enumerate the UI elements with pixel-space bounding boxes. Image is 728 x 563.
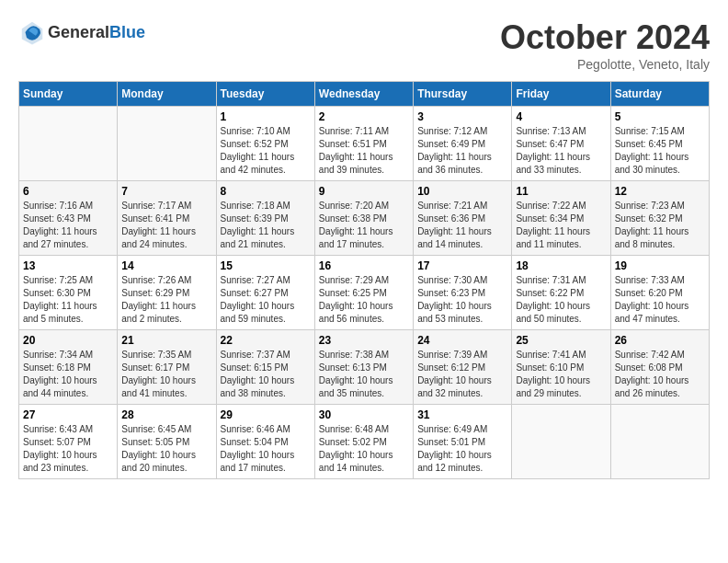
- day-number: 8: [221, 185, 311, 198]
- calendar-cell: 10Sunrise: 7:21 AMSunset: 6:36 PMDayligh…: [414, 181, 512, 256]
- day-detail: Sunrise: 7:22 AMSunset: 6:34 PMDaylight:…: [516, 200, 606, 251]
- day-detail: Sunrise: 7:35 AMSunset: 6:17 PMDaylight:…: [121, 349, 211, 400]
- day-number: 1: [221, 110, 311, 123]
- day-number: 2: [319, 110, 409, 123]
- calendar-cell: 6Sunrise: 7:16 AMSunset: 6:43 PMDaylight…: [19, 181, 118, 256]
- day-number: 23: [319, 334, 409, 347]
- day-detail: Sunrise: 7:42 AMSunset: 6:08 PMDaylight:…: [615, 349, 705, 400]
- day-number: 16: [319, 259, 409, 272]
- calendar-cell: 14Sunrise: 7:26 AMSunset: 6:29 PMDayligh…: [118, 256, 216, 330]
- calendar-week-5: 27Sunrise: 6:43 AMSunset: 5:07 PMDayligh…: [19, 405, 710, 479]
- calendar-cell: 30Sunrise: 6:48 AMSunset: 5:02 PMDayligh…: [314, 405, 413, 479]
- calendar-cell: 23Sunrise: 7:38 AMSunset: 6:13 PMDayligh…: [314, 330, 413, 405]
- day-detail: Sunrise: 7:21 AMSunset: 6:36 PMDaylight:…: [417, 200, 507, 251]
- calendar-cell: 1Sunrise: 7:10 AMSunset: 6:52 PMDaylight…: [216, 107, 314, 181]
- location-subtitle: Pegolotte, Veneto, Italy: [500, 57, 710, 72]
- day-detail: Sunrise: 7:10 AMSunset: 6:52 PMDaylight:…: [221, 125, 311, 177]
- day-detail: Sunrise: 7:20 AMSunset: 6:38 PMDaylight:…: [319, 200, 409, 251]
- day-detail: Sunrise: 7:29 AMSunset: 6:25 PMDaylight:…: [319, 274, 409, 326]
- day-detail: Sunrise: 6:43 AMSunset: 5:07 PMDaylight:…: [23, 423, 113, 475]
- calendar-week-3: 13Sunrise: 7:25 AMSunset: 6:30 PMDayligh…: [19, 256, 710, 330]
- header-wednesday: Wednesday: [314, 82, 413, 107]
- calendar-table: Sunday Monday Tuesday Wednesday Thursday…: [18, 81, 710, 479]
- day-detail: Sunrise: 7:31 AMSunset: 6:22 PMDaylight:…: [516, 274, 606, 326]
- day-number: 24: [417, 334, 507, 347]
- day-detail: Sunrise: 7:33 AMSunset: 6:20 PMDaylight:…: [615, 274, 705, 326]
- header-monday: Monday: [118, 82, 216, 107]
- day-number: 25: [516, 334, 606, 347]
- day-detail: Sunrise: 7:34 AMSunset: 6:18 PMDaylight:…: [23, 349, 113, 400]
- logo-general: General: [48, 23, 109, 41]
- day-number: 7: [121, 185, 211, 198]
- day-detail: Sunrise: 6:48 AMSunset: 5:02 PMDaylight:…: [319, 423, 409, 475]
- day-number: 27: [23, 408, 113, 421]
- day-detail: Sunrise: 7:15 AMSunset: 6:45 PMDaylight:…: [615, 125, 705, 177]
- page-header: GeneralBlue October 2024 Pegolotte, Vene…: [18, 18, 710, 72]
- day-number: 26: [615, 334, 705, 347]
- calendar-cell: 5Sunrise: 7:15 AMSunset: 6:45 PMDaylight…: [610, 107, 709, 181]
- day-detail: Sunrise: 6:45 AMSunset: 5:05 PMDaylight:…: [121, 423, 211, 475]
- day-number: 30: [319, 408, 409, 421]
- day-number: 3: [417, 110, 507, 123]
- day-detail: Sunrise: 7:11 AMSunset: 6:51 PMDaylight:…: [319, 125, 409, 177]
- calendar-week-1: 1Sunrise: 7:10 AMSunset: 6:52 PMDaylight…: [19, 107, 710, 181]
- calendar-cell: 17Sunrise: 7:30 AMSunset: 6:23 PMDayligh…: [414, 256, 512, 330]
- day-detail: Sunrise: 7:23 AMSunset: 6:32 PMDaylight:…: [615, 200, 705, 251]
- day-number: 14: [121, 259, 211, 272]
- calendar-cell: 22Sunrise: 7:37 AMSunset: 6:15 PMDayligh…: [216, 330, 314, 405]
- day-detail: Sunrise: 7:13 AMSunset: 6:47 PMDaylight:…: [516, 125, 606, 177]
- day-number: 15: [221, 259, 311, 272]
- day-detail: Sunrise: 6:49 AMSunset: 5:01 PMDaylight:…: [417, 423, 507, 475]
- calendar-cell: 20Sunrise: 7:34 AMSunset: 6:18 PMDayligh…: [19, 330, 118, 405]
- day-number: 31: [417, 408, 507, 421]
- day-number: 22: [221, 334, 311, 347]
- calendar-week-4: 20Sunrise: 7:34 AMSunset: 6:18 PMDayligh…: [19, 330, 710, 405]
- day-detail: Sunrise: 7:37 AMSunset: 6:15 PMDaylight:…: [221, 349, 311, 400]
- day-number: 17: [417, 259, 507, 272]
- calendar-cell: 9Sunrise: 7:20 AMSunset: 6:38 PMDaylight…: [314, 181, 413, 256]
- calendar-cell: 8Sunrise: 7:18 AMSunset: 6:39 PMDaylight…: [216, 181, 314, 256]
- day-number: 5: [615, 110, 705, 123]
- calendar-cell: 21Sunrise: 7:35 AMSunset: 6:17 PMDayligh…: [118, 330, 216, 405]
- calendar-cell: 13Sunrise: 7:25 AMSunset: 6:30 PMDayligh…: [19, 256, 118, 330]
- day-number: 19: [615, 259, 705, 272]
- calendar-cell: 16Sunrise: 7:29 AMSunset: 6:25 PMDayligh…: [314, 256, 413, 330]
- logo-text: GeneralBlue: [48, 23, 145, 42]
- title-section: October 2024 Pegolotte, Veneto, Italy: [500, 18, 710, 72]
- calendar-cell: 2Sunrise: 7:11 AMSunset: 6:51 PMDaylight…: [314, 107, 413, 181]
- day-number: 12: [615, 185, 705, 198]
- calendar-cell: 28Sunrise: 6:45 AMSunset: 5:05 PMDayligh…: [118, 405, 216, 479]
- day-detail: Sunrise: 7:41 AMSunset: 6:10 PMDaylight:…: [516, 349, 606, 400]
- calendar-cell: 15Sunrise: 7:27 AMSunset: 6:27 PMDayligh…: [216, 256, 314, 330]
- day-number: 21: [121, 334, 211, 347]
- day-number: 6: [23, 185, 113, 198]
- day-detail: Sunrise: 7:12 AMSunset: 6:49 PMDaylight:…: [417, 125, 507, 177]
- day-number: 13: [23, 259, 113, 272]
- calendar-cell: 29Sunrise: 6:46 AMSunset: 5:04 PMDayligh…: [216, 405, 314, 479]
- calendar-cell: 31Sunrise: 6:49 AMSunset: 5:01 PMDayligh…: [414, 405, 512, 479]
- header-saturday: Saturday: [610, 82, 709, 107]
- days-row: Sunday Monday Tuesday Wednesday Thursday…: [19, 82, 710, 107]
- logo-icon: [18, 18, 46, 46]
- day-detail: Sunrise: 7:39 AMSunset: 6:12 PMDaylight:…: [417, 349, 507, 400]
- header-tuesday: Tuesday: [216, 82, 314, 107]
- calendar-cell: [19, 107, 118, 181]
- day-number: 18: [516, 259, 606, 272]
- day-detail: Sunrise: 7:16 AMSunset: 6:43 PMDaylight:…: [23, 200, 113, 251]
- calendar-cell: 3Sunrise: 7:12 AMSunset: 6:49 PMDaylight…: [414, 107, 512, 181]
- calendar-cell: 18Sunrise: 7:31 AMSunset: 6:22 PMDayligh…: [512, 256, 610, 330]
- day-number: 28: [121, 408, 211, 421]
- calendar-cell: [610, 405, 709, 479]
- calendar-cell: 26Sunrise: 7:42 AMSunset: 6:08 PMDayligh…: [610, 330, 709, 405]
- calendar-cell: [512, 405, 610, 479]
- calendar-cell: 19Sunrise: 7:33 AMSunset: 6:20 PMDayligh…: [610, 256, 709, 330]
- day-detail: Sunrise: 7:18 AMSunset: 6:39 PMDaylight:…: [221, 200, 311, 251]
- calendar-cell: 25Sunrise: 7:41 AMSunset: 6:10 PMDayligh…: [512, 330, 610, 405]
- calendar-cell: 12Sunrise: 7:23 AMSunset: 6:32 PMDayligh…: [610, 181, 709, 256]
- month-title: October 2024: [500, 18, 710, 57]
- calendar-cell: 7Sunrise: 7:17 AMSunset: 6:41 PMDaylight…: [118, 181, 216, 256]
- calendar-cell: [118, 107, 216, 181]
- header-thursday: Thursday: [414, 82, 512, 107]
- header-sunday: Sunday: [19, 82, 118, 107]
- day-detail: Sunrise: 7:26 AMSunset: 6:29 PMDaylight:…: [121, 274, 211, 326]
